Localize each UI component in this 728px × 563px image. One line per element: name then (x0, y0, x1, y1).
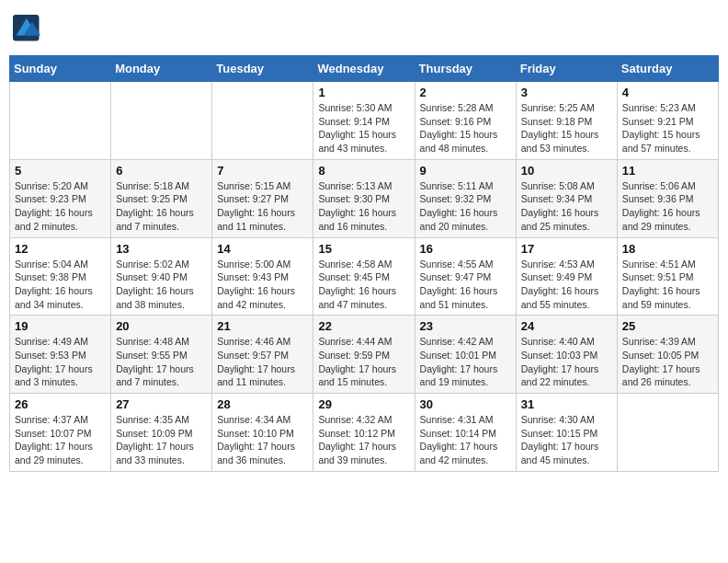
day-info: Sunrise: 4:49 AM Sunset: 9:53 PM Dayligh… (15, 335, 106, 389)
day-number: 5 (15, 164, 106, 178)
calendar-cell: 17Sunrise: 4:53 AM Sunset: 9:49 PM Dayli… (516, 237, 617, 316)
day-info: Sunrise: 5:15 AM Sunset: 9:27 PM Dayligh… (217, 179, 308, 234)
day-number: 7 (217, 164, 308, 178)
calendar-cell: 26Sunrise: 4:37 AM Sunset: 10:07 PM Dayl… (10, 394, 111, 472)
calendar-cell: 25Sunrise: 4:39 AM Sunset: 10:05 PM Dayl… (617, 316, 718, 394)
day-number: 8 (318, 164, 409, 178)
calendar-cell: 30Sunrise: 4:31 AM Sunset: 10:14 PM Dayl… (415, 394, 516, 472)
calendar-week-row: 5Sunrise: 5:20 AM Sunset: 9:23 PM Daylig… (10, 159, 719, 237)
calendar-cell: 28Sunrise: 4:34 AM Sunset: 10:10 PM Dayl… (212, 394, 313, 472)
calendar-cell: 20Sunrise: 4:48 AM Sunset: 9:55 PM Dayli… (111, 316, 212, 394)
day-info: Sunrise: 4:53 AM Sunset: 9:49 PM Dayligh… (521, 258, 612, 312)
calendar-cell: 16Sunrise: 4:55 AM Sunset: 9:47 PM Dayli… (415, 237, 516, 316)
calendar-cell: 4Sunrise: 5:23 AM Sunset: 9:21 PM Daylig… (617, 82, 718, 160)
day-number: 30 (420, 397, 511, 411)
calendar-cell: 1Sunrise: 5:30 AM Sunset: 9:14 PM Daylig… (313, 82, 415, 160)
day-info: Sunrise: 4:42 AM Sunset: 10:01 PM Daylig… (420, 335, 511, 389)
calendar-cell: 7Sunrise: 5:15 AM Sunset: 9:27 PM Daylig… (212, 159, 313, 237)
calendar-cell: 6Sunrise: 5:18 AM Sunset: 9:25 PM Daylig… (111, 159, 212, 237)
day-number: 27 (116, 397, 207, 411)
calendar-cell: 23Sunrise: 4:42 AM Sunset: 10:01 PM Dayl… (415, 316, 516, 394)
calendar-cell: 27Sunrise: 4:35 AM Sunset: 10:09 PM Dayl… (111, 394, 212, 472)
day-info: Sunrise: 5:13 AM Sunset: 9:30 PM Dayligh… (318, 179, 409, 234)
day-info: Sunrise: 4:39 AM Sunset: 10:05 PM Daylig… (622, 335, 713, 389)
weekday-header-friday: Friday (516, 56, 617, 82)
weekday-header-thursday: Thursday (415, 56, 516, 82)
weekday-header-monday: Monday (111, 56, 212, 82)
calendar-week-row: 26Sunrise: 4:37 AM Sunset: 10:07 PM Dayl… (10, 394, 719, 472)
calendar-cell: 18Sunrise: 4:51 AM Sunset: 9:51 PM Dayli… (617, 237, 718, 316)
day-info: Sunrise: 5:08 AM Sunset: 9:34 PM Dayligh… (521, 179, 612, 234)
weekday-header-tuesday: Tuesday (212, 56, 313, 82)
calendar-cell: 21Sunrise: 4:46 AM Sunset: 9:57 PM Dayli… (212, 316, 313, 394)
calendar-cell: 10Sunrise: 5:08 AM Sunset: 9:34 PM Dayli… (516, 159, 617, 237)
day-info: Sunrise: 4:51 AM Sunset: 9:51 PM Dayligh… (622, 258, 713, 312)
calendar-cell (10, 82, 111, 160)
calendar-cell: 2Sunrise: 5:28 AM Sunset: 9:16 PM Daylig… (415, 82, 516, 160)
calendar-table: SundayMondayTuesdayWednesdayThursdayFrid… (9, 55, 719, 472)
calendar-cell: 3Sunrise: 5:25 AM Sunset: 9:18 PM Daylig… (516, 82, 617, 160)
calendar-cell: 31Sunrise: 4:30 AM Sunset: 10:15 PM Dayl… (516, 394, 617, 472)
day-info: Sunrise: 4:30 AM Sunset: 10:15 PM Daylig… (521, 413, 612, 467)
day-info: Sunrise: 5:23 AM Sunset: 9:21 PM Dayligh… (622, 101, 713, 155)
day-number: 17 (521, 242, 612, 256)
calendar-cell: 29Sunrise: 4:32 AM Sunset: 10:12 PM Dayl… (313, 394, 415, 472)
calendar-cell (111, 82, 212, 160)
day-number: 12 (15, 242, 106, 256)
day-number: 18 (622, 242, 713, 256)
day-number: 31 (521, 397, 612, 411)
calendar-header-row: SundayMondayTuesdayWednesdayThursdayFrid… (10, 56, 719, 82)
day-number: 22 (318, 319, 409, 333)
day-number: 2 (420, 86, 511, 99)
day-number: 24 (521, 319, 612, 333)
calendar-cell (617, 394, 718, 472)
day-number: 9 (420, 164, 511, 178)
day-number: 28 (217, 397, 308, 411)
day-info: Sunrise: 5:11 AM Sunset: 9:32 PM Dayligh… (420, 179, 511, 234)
day-number: 3 (521, 86, 612, 99)
calendar-cell: 12Sunrise: 5:04 AM Sunset: 9:38 PM Dayli… (10, 237, 111, 316)
day-number: 23 (420, 319, 511, 333)
calendar-week-row: 19Sunrise: 4:49 AM Sunset: 9:53 PM Dayli… (10, 316, 719, 394)
weekday-header-wednesday: Wednesday (313, 56, 415, 82)
day-info: Sunrise: 5:06 AM Sunset: 9:36 PM Dayligh… (622, 179, 713, 234)
calendar-cell: 19Sunrise: 4:49 AM Sunset: 9:53 PM Dayli… (10, 316, 111, 394)
calendar-cell: 9Sunrise: 5:11 AM Sunset: 9:32 PM Daylig… (415, 159, 516, 237)
day-info: Sunrise: 4:40 AM Sunset: 10:03 PM Daylig… (521, 335, 612, 389)
day-number: 1 (318, 86, 409, 99)
logo (13, 15, 42, 42)
calendar-cell: 14Sunrise: 5:00 AM Sunset: 9:43 PM Dayli… (212, 237, 313, 316)
day-info: Sunrise: 4:31 AM Sunset: 10:14 PM Daylig… (420, 413, 511, 467)
calendar-cell: 22Sunrise: 4:44 AM Sunset: 9:59 PM Dayli… (313, 316, 415, 394)
page-header (9, 9, 719, 48)
day-info: Sunrise: 4:48 AM Sunset: 9:55 PM Dayligh… (116, 335, 207, 389)
day-info: Sunrise: 5:28 AM Sunset: 9:16 PM Dayligh… (420, 101, 511, 155)
day-info: Sunrise: 5:00 AM Sunset: 9:43 PM Dayligh… (217, 258, 308, 312)
day-number: 26 (15, 397, 106, 411)
day-number: 20 (116, 319, 207, 333)
day-number: 11 (622, 164, 713, 178)
day-number: 25 (622, 319, 713, 333)
day-info: Sunrise: 5:04 AM Sunset: 9:38 PM Dayligh… (15, 258, 106, 312)
calendar-week-row: 1Sunrise: 5:30 AM Sunset: 9:14 PM Daylig… (10, 82, 719, 160)
calendar-cell: 13Sunrise: 5:02 AM Sunset: 9:40 PM Dayli… (111, 237, 212, 316)
logo-icon (13, 15, 40, 42)
day-info: Sunrise: 4:46 AM Sunset: 9:57 PM Dayligh… (217, 335, 308, 389)
day-info: Sunrise: 4:58 AM Sunset: 9:45 PM Dayligh… (318, 258, 409, 312)
calendar-cell: 8Sunrise: 5:13 AM Sunset: 9:30 PM Daylig… (313, 159, 415, 237)
day-number: 16 (420, 242, 511, 256)
day-number: 14 (217, 242, 308, 256)
day-number: 4 (622, 86, 713, 99)
calendar-cell (212, 82, 313, 160)
weekday-header-saturday: Saturday (617, 56, 718, 82)
day-number: 10 (521, 164, 612, 178)
day-info: Sunrise: 5:20 AM Sunset: 9:23 PM Dayligh… (15, 179, 106, 234)
weekday-header-sunday: Sunday (10, 56, 111, 82)
day-info: Sunrise: 5:30 AM Sunset: 9:14 PM Dayligh… (318, 101, 409, 155)
day-info: Sunrise: 5:02 AM Sunset: 9:40 PM Dayligh… (116, 258, 207, 312)
day-info: Sunrise: 4:34 AM Sunset: 10:10 PM Daylig… (217, 413, 308, 467)
calendar-cell: 5Sunrise: 5:20 AM Sunset: 9:23 PM Daylig… (10, 159, 111, 237)
day-number: 19 (15, 319, 106, 333)
day-info: Sunrise: 4:44 AM Sunset: 9:59 PM Dayligh… (318, 335, 409, 389)
day-number: 21 (217, 319, 308, 333)
